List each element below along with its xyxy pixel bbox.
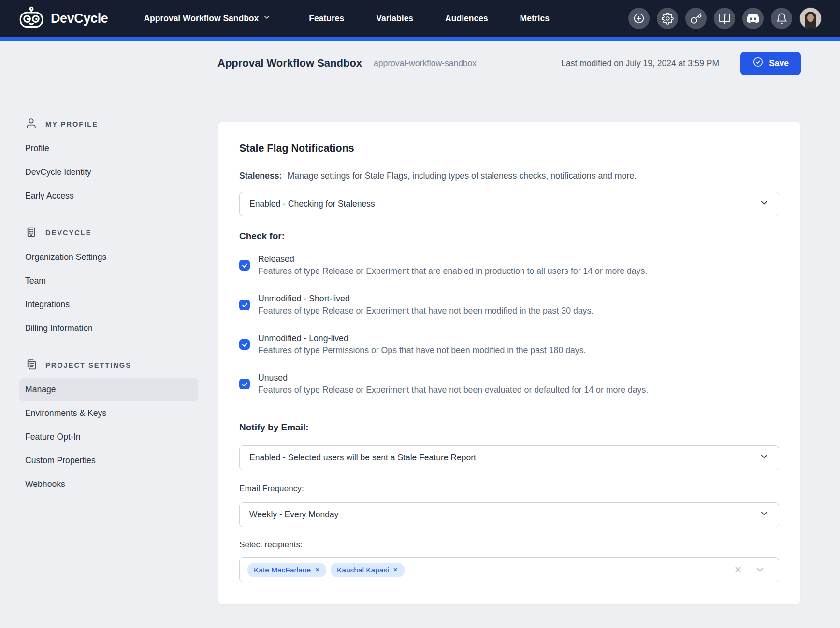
sidebar-item-manage[interactable]: Manage bbox=[19, 378, 198, 401]
frequency-select-value: Weekly - Every Monday bbox=[249, 510, 338, 520]
sidebar-heading-my-profile: MY PROFILE bbox=[24, 117, 203, 131]
sidebar-item-team[interactable]: Team bbox=[19, 269, 198, 293]
sidebar-section-devcycle: DEVCYCLE Organization Settings Team Inte… bbox=[24, 226, 203, 340]
recipient-chip: Kaushal Kapasi ✕ bbox=[331, 563, 405, 577]
settings-gear-icon bbox=[662, 13, 674, 25]
sidebar-item-integrations[interactable]: Integrations bbox=[19, 293, 198, 316]
api-keys-button[interactable] bbox=[685, 8, 707, 29]
email-frequency-select[interactable]: Weekly - Every Monday bbox=[239, 502, 779, 527]
check-label: Unused bbox=[258, 373, 648, 383]
settings-sidebar: MY PROFILE Profile DevCycle Identity Ear… bbox=[0, 41, 203, 628]
project-selector-dropdown[interactable]: Approval Workflow Sandbox bbox=[144, 14, 271, 24]
check-label: Released bbox=[258, 254, 647, 264]
brand-name: DevCycle bbox=[51, 11, 108, 26]
check-row-unmodified-short-lived: Unmodified - Short-lived Features of typ… bbox=[239, 294, 779, 316]
notify-by-email-label: Notify by Email: bbox=[239, 422, 779, 433]
remove-recipient-icon[interactable]: ✕ bbox=[315, 567, 320, 573]
sidebar-item-devcycle-identity[interactable]: DevCycle Identity bbox=[19, 160, 198, 184]
nav-link-audiences[interactable]: Audiences bbox=[429, 9, 504, 29]
top-navigation: DevCycle Approval Workflow Sandbox Featu… bbox=[0, 0, 840, 37]
discord-button[interactable] bbox=[742, 8, 764, 29]
unmodified-short-lived-checkbox[interactable] bbox=[239, 300, 250, 310]
select-recipients-label: Select recipients: bbox=[239, 540, 779, 550]
nav-link-variables[interactable]: Variables bbox=[360, 9, 429, 29]
project-selector-label: Approval Workflow Sandbox bbox=[144, 14, 259, 24]
add-icon bbox=[633, 12, 645, 25]
recipient-name: Kate MacFarlane bbox=[254, 566, 311, 574]
sidebar-item-billing-information[interactable]: Billing Information bbox=[19, 316, 198, 340]
save-button[interactable]: Save bbox=[740, 52, 801, 75]
check-description: Features of type Release or Experiment t… bbox=[258, 306, 594, 316]
check-row-released: Released Features of type Release or Exp… bbox=[239, 254, 779, 276]
notifications-bell-icon bbox=[776, 13, 788, 25]
accent-bar bbox=[0, 37, 840, 41]
primary-nav: Features Variables Audiences Metrics bbox=[293, 9, 565, 29]
devcycle-robot-icon bbox=[18, 6, 44, 30]
remove-recipient-icon[interactable]: ✕ bbox=[393, 567, 398, 573]
unused-checkbox[interactable] bbox=[239, 379, 250, 389]
devcycle-logo[interactable]: DevCycle bbox=[18, 6, 108, 30]
person-icon bbox=[25, 117, 37, 131]
chevron-down-icon bbox=[759, 509, 769, 521]
nav-link-metrics[interactable]: Metrics bbox=[504, 9, 565, 29]
sidebar-heading-label: DEVCYCLE bbox=[45, 229, 91, 237]
project-slug: approval-workflow-sandbox bbox=[374, 58, 477, 69]
check-label: Unmodified - Long-lived bbox=[258, 333, 586, 343]
topnav-actions bbox=[628, 7, 822, 29]
last-modified-text: Last modified on July 19, 2024 at 3:59 P… bbox=[561, 58, 719, 69]
check-row-unused: Unused Features of type Release or Exper… bbox=[239, 373, 779, 395]
page-header: Approval Workflow Sandbox approval-workf… bbox=[203, 41, 840, 86]
sidebar-item-environments-keys[interactable]: Environments & Keys bbox=[19, 401, 198, 425]
add-button[interactable] bbox=[628, 8, 650, 29]
check-for-label: Check for: bbox=[239, 231, 779, 242]
building-icon bbox=[25, 226, 37, 240]
discord-icon bbox=[747, 12, 759, 25]
staleness-text: Manage settings for Stale Flags, includi… bbox=[287, 171, 637, 181]
check-description: Features of type Release or Experiment t… bbox=[258, 266, 647, 276]
sidebar-section-my-profile: MY PROFILE Profile DevCycle Identity Ear… bbox=[24, 117, 203, 208]
recipient-name: Kaushal Kapasi bbox=[337, 566, 389, 574]
key-icon bbox=[690, 13, 702, 25]
staleness-description: Staleness: Manage settings for Stale Fla… bbox=[239, 171, 779, 181]
sidebar-section-project-settings: PROJECT SETTINGS Manage Environments & K… bbox=[24, 358, 203, 496]
stale-flag-notifications-card: Stale Flag Notifications Staleness: Mana… bbox=[217, 122, 801, 605]
sidebar-item-webhooks[interactable]: Webhooks bbox=[19, 472, 198, 496]
user-avatar[interactable] bbox=[799, 7, 822, 29]
check-circle-icon bbox=[753, 57, 764, 70]
sidebar-item-feature-opt-in[interactable]: Feature Opt-In bbox=[19, 425, 198, 449]
sidebar-heading-project-settings: PROJECT SETTINGS bbox=[24, 358, 203, 372]
check-description: Features of type Release or Experiment t… bbox=[258, 385, 648, 395]
sidebar-item-early-access[interactable]: Early Access bbox=[19, 184, 198, 208]
docs-button[interactable] bbox=[714, 8, 735, 29]
clipboard-icon bbox=[25, 358, 37, 372]
docs-book-icon bbox=[719, 13, 731, 25]
sidebar-heading-label: PROJECT SETTINGS bbox=[45, 361, 131, 369]
check-label: Unmodified - Short-lived bbox=[258, 294, 594, 304]
page-title: Approval Workflow Sandbox bbox=[217, 57, 362, 70]
check-description: Features of type Permissions or Ops that… bbox=[258, 345, 586, 356]
released-checkbox[interactable] bbox=[239, 260, 250, 271]
nav-link-features[interactable]: Features bbox=[293, 9, 360, 29]
sidebar-item-organization-settings[interactable]: Organization Settings bbox=[19, 245, 198, 269]
recipients-multiselect[interactable]: Kate MacFarlane ✕ Kaushal Kapasi ✕ ✕ bbox=[239, 557, 779, 582]
notifications-button[interactable] bbox=[771, 8, 792, 29]
sidebar-heading-label: MY PROFILE bbox=[45, 120, 98, 128]
staleness-select[interactable]: Enabled - Checking for Staleness bbox=[239, 192, 779, 216]
sidebar-heading-devcycle: DEVCYCLE bbox=[24, 226, 203, 240]
chevron-down-icon[interactable] bbox=[749, 565, 771, 575]
recipient-chip: Kate MacFarlane ✕ bbox=[247, 563, 326, 577]
email-frequency-label: Email Frequency: bbox=[239, 484, 779, 494]
staleness-label: Staleness: bbox=[239, 171, 282, 181]
card-title: Stale Flag Notifications bbox=[239, 143, 779, 155]
staleness-select-value: Enabled - Checking for Staleness bbox=[249, 199, 375, 209]
chevron-down-icon bbox=[759, 452, 769, 464]
notify-by-email-select[interactable]: Enabled - Selected users will be sent a … bbox=[239, 445, 779, 470]
clear-recipients-icon[interactable]: ✕ bbox=[727, 564, 749, 575]
notify-select-value: Enabled - Selected users will be sent a … bbox=[249, 453, 476, 463]
unmodified-long-lived-checkbox[interactable] bbox=[239, 339, 250, 350]
sidebar-item-profile[interactable]: Profile bbox=[19, 137, 198, 160]
settings-button[interactable] bbox=[657, 8, 678, 29]
chevron-down-icon bbox=[759, 198, 769, 210]
check-row-unmodified-long-lived: Unmodified - Long-lived Features of type… bbox=[239, 333, 779, 356]
sidebar-item-custom-properties[interactable]: Custom Properties bbox=[19, 449, 198, 472]
